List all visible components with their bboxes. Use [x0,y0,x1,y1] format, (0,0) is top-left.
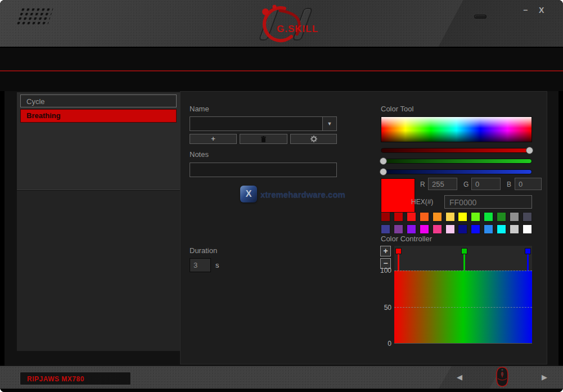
y-axis-tick: 100 [373,267,391,274]
gradient-stop-blue[interactable] [525,248,531,254]
color-swatch[interactable] [445,212,455,222]
r-input[interactable]: 255 [428,178,457,190]
color-swatch[interactable] [407,224,416,234]
minimize-button[interactable]: − [523,6,528,15]
gradient-stop-track[interactable] [394,246,532,271]
blue-slider-handle[interactable] [380,168,387,175]
chevron-down-icon[interactable]: ▼ [322,117,336,130]
color-swatch[interactable] [394,224,403,234]
duration-input[interactable]: 3 [190,258,211,272]
r-label: R [420,181,425,188]
color-swatch[interactable] [433,224,442,234]
mouse-icon[interactable] [493,366,512,388]
window-bottom-edge [0,389,563,392]
close-button[interactable]: X [539,6,544,15]
color-swatch[interactable] [420,224,429,234]
name-label: Name [190,105,209,113]
b-input[interactable]: 0 [515,178,542,190]
color-swatch[interactable] [458,212,467,222]
gridline-100 [394,271,532,271]
name-dropdown[interactable]: ▼ [190,116,337,131]
color-swatch[interactable] [445,224,455,234]
color-swatch[interactable] [484,212,493,222]
hex-label: HEX(#) [411,198,433,206]
device-name: RIPJAWS MX780 [20,372,130,383]
b-label: B [507,181,511,188]
color-tool-title: Color Tool [381,105,413,113]
plus-icon: + [211,135,215,143]
brand-text: G.SKILL [277,24,318,34]
duration-label: Duration [190,246,217,255]
speaker-grille-decoration [16,8,53,25]
color-swatch[interactable] [523,212,532,222]
watermark-logo: X [240,186,257,202]
title-bar: G.SKILL − X [0,0,563,48]
color-controller-title: Color Controller [381,235,432,243]
gradient-stop-green[interactable] [461,248,467,254]
header-decoration [438,0,563,48]
color-swatch[interactable] [510,224,519,234]
color-swatch[interactable] [407,212,416,222]
gradient-stop-stem [527,254,529,271]
y-axis-tick: 0 [373,340,391,348]
header-decoration [474,15,487,19]
name-dropdown-value [190,117,336,120]
color-swatch[interactable] [458,224,467,234]
main-tab-bar: MACROS LIGHTING PROFILES G W [0,48,563,70]
gradient-stop-stem [463,254,465,271]
green-slider[interactable] [381,159,532,164]
app-window: G.SKILL − X MACROS LIGHTING PROFILES G W… [0,0,563,392]
green-slider-handle[interactable] [380,157,387,165]
hue-saturation-picker[interactable] [381,116,532,142]
color-swatch[interactable] [381,224,390,234]
gradient-stop-stem [398,254,399,271]
prev-device-button[interactable]: ◀ [457,373,462,381]
gridline-50 [394,307,532,308]
color-swatch[interactable] [420,212,429,222]
color-swatch[interactable] [471,224,480,234]
add-stop-button[interactable]: + [380,246,391,256]
duration-unit-label: s [215,261,219,269]
y-axis-tick: 50 [373,304,391,312]
swatch-row-2 [381,224,532,234]
next-device-button[interactable]: ▶ [542,373,547,381]
profile-settings-button[interactable] [290,134,337,144]
gskill-logo: G.SKILL [243,3,327,45]
g-label: G [463,181,469,188]
profile-item-cycle[interactable]: Cycle [20,94,177,107]
red-slider-handle[interactable] [526,147,533,154]
watermark-text: xtremehardware.com [260,190,345,199]
swatch-row-1 [381,212,532,222]
add-profile-button[interactable]: + [190,134,237,144]
device-name-box: RIPJAWS MX780 [20,372,131,385]
hex-input[interactable]: FF0000 [444,195,532,209]
gradient-stop-red[interactable] [395,248,402,254]
color-swatch[interactable] [523,224,532,234]
color-swatch[interactable] [484,224,493,234]
color-swatch[interactable] [497,224,506,234]
color-swatch[interactable] [497,212,506,222]
color-swatch[interactable] [510,212,519,222]
trash-icon [261,136,266,142]
color-swatch[interactable] [433,212,442,222]
blue-slider[interactable] [381,169,532,174]
notes-label: Notes [190,150,209,159]
logo-dot-icon [273,5,277,9]
delete-profile-button[interactable] [240,134,287,144]
red-slider[interactable] [381,148,532,153]
logo-dot-icon [262,8,269,15]
g-input[interactable]: 0 [471,178,501,190]
color-swatch[interactable] [394,212,403,222]
app-screen: G.SKILL − X MACROS LIGHTING PROFILES G W… [0,0,563,392]
color-preview [381,178,415,213]
color-swatch[interactable] [471,212,480,222]
profile-item-breathing[interactable]: Breathing [20,109,177,123]
color-swatch[interactable] [381,212,390,222]
sub-tab-bar: CUSTOMIZE SETTING LIGHTING [0,71,563,91]
notes-input[interactable] [190,163,337,177]
gear-icon [310,136,317,142]
notes-value [190,163,336,166]
profile-list-panel-lower [17,191,180,351]
